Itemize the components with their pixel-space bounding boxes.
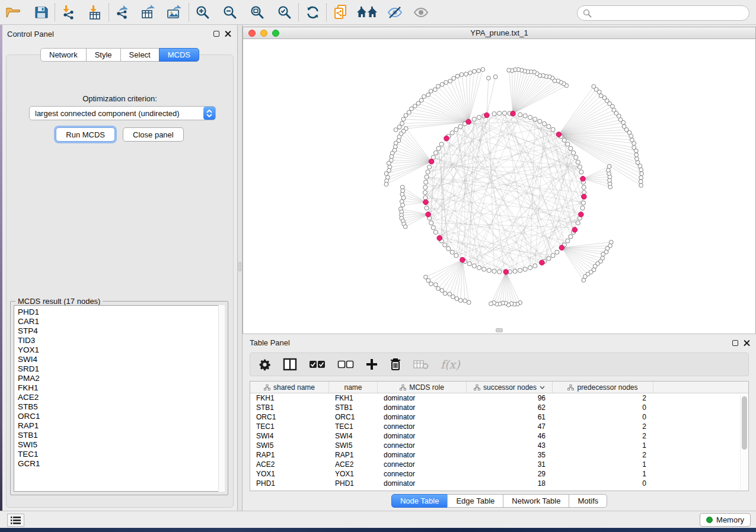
network-node[interactable] bbox=[387, 161, 391, 165]
gear-icon[interactable] bbox=[259, 358, 271, 371]
network-view[interactable] bbox=[243, 39, 756, 334]
export-network-icon[interactable] bbox=[113, 3, 133, 22]
network-node[interactable] bbox=[612, 108, 616, 112]
network-node[interactable] bbox=[551, 127, 555, 132]
network-node[interactable] bbox=[486, 76, 490, 80]
tab-edge-table[interactable]: Edge Table bbox=[447, 494, 503, 508]
table-cell-successor-nodes[interactable]: 43 bbox=[467, 441, 553, 450]
network-node[interactable] bbox=[394, 128, 398, 132]
network-node[interactable] bbox=[436, 287, 441, 291]
table-row[interactable]: YOX1YOX1connector291 bbox=[250, 469, 748, 479]
network-node[interactable] bbox=[599, 94, 603, 98]
column-header-predecessor-nodes[interactable]: predecessor nodes bbox=[553, 382, 653, 393]
network-node[interactable] bbox=[419, 98, 423, 102]
table-cell-shared-name[interactable]: ACE2 bbox=[250, 460, 329, 469]
network-hub-node[interactable] bbox=[426, 212, 431, 217]
network-node[interactable] bbox=[431, 226, 435, 230]
splitter-grip[interactable] bbox=[238, 262, 241, 271]
network-node[interactable] bbox=[487, 268, 491, 273]
table-cell-shared-name[interactable]: STB1 bbox=[250, 403, 329, 412]
table-row[interactable]: ACE2ACE2connector311 bbox=[250, 460, 748, 469]
network-node[interactable] bbox=[607, 165, 611, 169]
table-cell-successor-nodes[interactable]: 35 bbox=[467, 451, 553, 459]
network-node[interactable] bbox=[482, 267, 486, 271]
network-node[interactable] bbox=[413, 104, 417, 108]
column-header-shared-name[interactable]: shared name bbox=[250, 382, 329, 393]
network-node[interactable] bbox=[571, 150, 575, 155]
table-cell-mcds-role[interactable]: connector bbox=[378, 470, 467, 478]
optimization-criterion-select[interactable]: largest connected component (undirected) bbox=[29, 106, 216, 120]
mcds-result-scrollbar[interactable] bbox=[218, 305, 225, 492]
network-node[interactable] bbox=[473, 69, 477, 73]
save-session-icon[interactable] bbox=[31, 3, 51, 22]
network-node[interactable] bbox=[639, 168, 643, 172]
network-node[interactable] bbox=[426, 170, 430, 174]
column-header-mcds-role[interactable]: MCDS role bbox=[378, 382, 467, 393]
network-node[interactable] bbox=[580, 206, 585, 210]
network-node[interactable] bbox=[497, 111, 502, 116]
network-node[interactable] bbox=[407, 110, 411, 114]
network-hub-node[interactable] bbox=[556, 132, 562, 137]
network-node[interactable] bbox=[497, 270, 502, 274]
network-hub-node[interactable] bbox=[429, 159, 434, 164]
network-node[interactable] bbox=[502, 111, 506, 115]
network-hub-node[interactable] bbox=[579, 212, 584, 217]
tab-motifs[interactable]: Motifs bbox=[569, 494, 607, 508]
network-node[interactable] bbox=[464, 72, 468, 76]
network-node[interactable] bbox=[425, 206, 429, 210]
mcds-result-item[interactable]: SWI4 bbox=[18, 355, 224, 364]
network-node[interactable] bbox=[446, 246, 451, 251]
network-node[interactable] bbox=[454, 254, 458, 258]
table-cell-predecessor-nodes[interactable]: 0 bbox=[553, 413, 653, 421]
tab-network-table[interactable]: Network Table bbox=[503, 494, 569, 508]
export-table-icon[interactable] bbox=[139, 3, 159, 22]
table-cell-mcds-role[interactable]: dominator bbox=[378, 432, 467, 440]
table-cell-shared-name[interactable]: RAP1 bbox=[250, 451, 329, 459]
network-node[interactable] bbox=[436, 84, 441, 88]
network-node[interactable] bbox=[384, 172, 388, 176]
table-cell-name[interactable]: SWI4 bbox=[329, 432, 378, 440]
first-neighbors-icon[interactable] bbox=[355, 3, 380, 22]
tab-mcds[interactable]: MCDS bbox=[159, 48, 199, 62]
table-cell-successor-nodes[interactable]: 18 bbox=[467, 479, 553, 488]
network-node[interactable] bbox=[481, 68, 485, 72]
network-hub-node[interactable] bbox=[423, 200, 429, 205]
mcds-result-item[interactable]: ACE2 bbox=[18, 393, 224, 402]
close-table-panel-icon[interactable] bbox=[744, 339, 750, 346]
network-node[interactable] bbox=[528, 116, 532, 120]
table-cell-name[interactable]: ORC1 bbox=[329, 413, 378, 421]
float-table-panel-icon[interactable] bbox=[732, 340, 738, 346]
column-header-successor-nodes[interactable]: successor nodes bbox=[467, 382, 553, 393]
network-hub-node[interactable] bbox=[460, 257, 465, 262]
network-node[interactable] bbox=[630, 138, 634, 142]
mcds-result-list[interactable]: PHD1CAR1STP4TID3YOX1SWI4SRD1PMA2FKH1ACE2… bbox=[14, 305, 225, 492]
table-cell-predecessor-nodes[interactable]: 2 bbox=[553, 422, 653, 431]
network-node[interactable] bbox=[582, 185, 586, 190]
close-panel-icon[interactable] bbox=[225, 31, 231, 37]
table-cell-successor-nodes[interactable]: 62 bbox=[467, 403, 553, 412]
split-columns-icon[interactable] bbox=[283, 358, 297, 371]
mcds-result-item[interactable]: YOX1 bbox=[18, 345, 224, 355]
table-row[interactable]: STB1STB1dominator620 bbox=[250, 403, 748, 412]
network-node[interactable] bbox=[400, 121, 404, 126]
network-node[interactable] bbox=[582, 278, 586, 283]
network-node[interactable] bbox=[410, 107, 414, 111]
network-node[interactable] bbox=[439, 142, 444, 146]
add-column-icon[interactable] bbox=[366, 358, 378, 370]
table-cell-mcds-role[interactable]: dominator bbox=[378, 479, 467, 488]
network-node[interactable] bbox=[477, 116, 481, 120]
network-node[interactable] bbox=[443, 243, 447, 247]
network-node[interactable] bbox=[416, 101, 420, 105]
clone-network-icon[interactable] bbox=[330, 3, 350, 22]
mcds-result-item[interactable]: PMA2 bbox=[18, 374, 224, 383]
network-node[interactable] bbox=[489, 302, 493, 306]
delete-column-icon[interactable] bbox=[390, 358, 401, 371]
mcds-result-item[interactable]: STB5 bbox=[18, 402, 224, 412]
network-node[interactable] bbox=[579, 170, 583, 174]
refresh-icon[interactable] bbox=[302, 3, 323, 22]
network-node[interactable] bbox=[468, 71, 473, 75]
network-node[interactable] bbox=[401, 203, 405, 207]
network-node[interactable] bbox=[551, 254, 555, 258]
network-hub-node[interactable] bbox=[511, 111, 516, 116]
show-panels-button[interactable] bbox=[7, 514, 24, 527]
